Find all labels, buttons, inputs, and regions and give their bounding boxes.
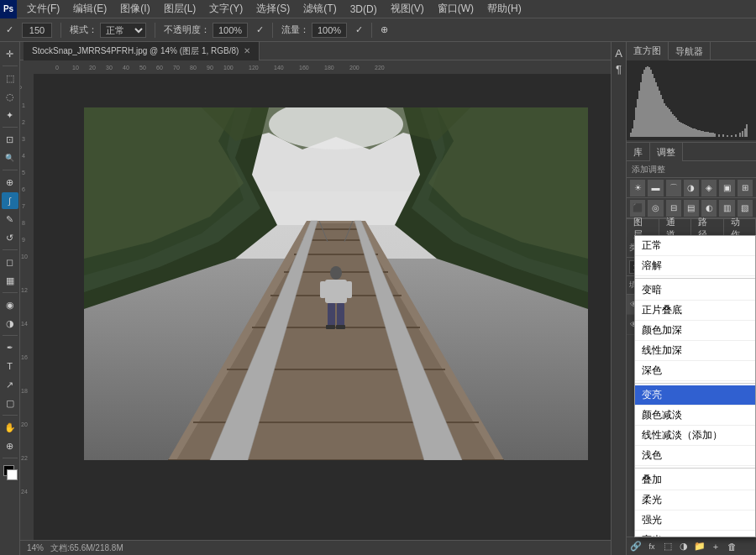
photo-filter-icon[interactable]: ◎ xyxy=(648,200,663,217)
colorbalance-icon[interactable]: ⊞ xyxy=(738,180,753,196)
opacity-input[interactable] xyxy=(213,23,248,38)
tool-history-brush[interactable]: ↺ xyxy=(2,229,18,246)
adjustment-button[interactable]: ◑ xyxy=(676,539,691,554)
tool-eraser[interactable]: ◻ xyxy=(2,254,18,270)
flow-icon: ✓ xyxy=(353,24,365,35)
bw-icon[interactable]: ⬛ xyxy=(630,200,645,217)
menu-edit[interactable]: 编辑(E) xyxy=(66,0,113,18)
mode-select[interactable]: 正常 xyxy=(100,23,146,38)
paragraph-icon[interactable]: ¶ xyxy=(616,63,622,76)
zoom-level: 14% xyxy=(27,543,44,552)
menu-text[interactable]: 文字(Y) xyxy=(202,0,249,18)
menu-help[interactable]: 帮助(H) xyxy=(480,0,528,18)
svg-rect-92 xyxy=(659,91,660,137)
tool-pen[interactable]: ✒ xyxy=(2,339,18,356)
blend-darken[interactable]: 变暗 xyxy=(635,280,755,301)
mask-button[interactable]: ⬚ xyxy=(660,539,675,554)
svg-text:4: 4 xyxy=(22,153,25,159)
tool-clone[interactable]: ✎ xyxy=(2,211,18,228)
threshold-icon[interactable]: ▧ xyxy=(738,200,753,217)
svg-rect-85 xyxy=(647,66,648,137)
menu-image[interactable]: 图像(I) xyxy=(113,0,156,18)
exposure-icon[interactable]: ◑ xyxy=(684,180,699,196)
tool-blur[interactable]: ◉ xyxy=(2,296,18,313)
menu-window[interactable]: 窗口(W) xyxy=(431,0,480,18)
blend-hard-light[interactable]: 强光 xyxy=(635,510,755,531)
hsl-icon[interactable]: ▣ xyxy=(719,180,734,196)
posterize-icon[interactable]: ▥ xyxy=(719,200,734,217)
blend-normal[interactable]: 正常 xyxy=(635,236,755,256)
document-tab[interactable]: StockSnap_JMRRS4PFRH.jpg @ 14% (图层 1, RG… xyxy=(24,42,260,60)
tool-lasso[interactable]: ◌ xyxy=(2,88,18,105)
menu-view[interactable]: 视图(V) xyxy=(384,0,431,18)
blend-darker-color[interactable]: 深色 xyxy=(635,361,755,381)
delete-layer-button[interactable]: 🗑 xyxy=(724,539,739,554)
menu-3d[interactable]: 3D(D) xyxy=(344,0,384,18)
tool-brush[interactable]: ∫ xyxy=(2,192,18,209)
tool-magic-wand[interactable]: ✦ xyxy=(2,107,18,123)
canvas-viewport[interactable] xyxy=(34,74,611,540)
tool-path-select[interactable]: ↗ xyxy=(2,376,18,393)
menu-filter[interactable]: 滤镜(T) xyxy=(297,0,343,18)
menu-file[interactable]: 文件(F) xyxy=(20,0,66,18)
blend-mode-dropdown[interactable]: 正常 溶解 变暗 正片叠底 颜色加深 线性加深 深色 变亮 颜色减淡 线性减淡（… xyxy=(634,235,756,537)
tab-close-button[interactable]: ✕ xyxy=(244,46,250,55)
blend-multiply[interactable]: 正片叠底 xyxy=(635,301,755,321)
levels-icon[interactable]: ▬ xyxy=(648,180,663,196)
blend-vivid-light[interactable]: 亮光 xyxy=(635,531,755,537)
svg-rect-121 xyxy=(707,132,709,137)
tool-eyedropper[interactable]: 🔍 xyxy=(2,149,18,166)
tool-text[interactable]: T xyxy=(2,358,18,374)
tool-gradient[interactable]: ▦ xyxy=(2,272,18,289)
blend-overlay[interactable]: 叠加 xyxy=(635,470,755,490)
menu-layer[interactable]: 图层(L) xyxy=(157,0,203,18)
tool-dodge[interactable]: ◑ xyxy=(2,315,18,332)
tab-library[interactable]: 库 xyxy=(627,143,650,161)
check-icon: ✓ xyxy=(254,24,266,35)
colorlookup-icon[interactable]: ▤ xyxy=(684,200,699,217)
tool-hand[interactable]: ✋ xyxy=(2,419,18,436)
tool-crop[interactable]: ⊡ xyxy=(2,131,18,148)
tool-zoom[interactable]: ⊕ xyxy=(2,437,18,454)
vibrance-icon[interactable]: ◈ xyxy=(701,180,717,196)
tab-navigator[interactable]: 导航器 xyxy=(669,42,711,60)
status-bar: 14% 文档:65.6M/218.8M xyxy=(20,540,611,555)
color-swatches[interactable] xyxy=(2,465,18,484)
tool-move[interactable]: ✛ xyxy=(2,45,18,62)
tool-spot-heal[interactable]: ⊕ xyxy=(2,174,18,191)
tool-shape[interactable]: ▢ xyxy=(2,395,18,411)
blend-linear-dodge[interactable]: 线性减淡（添加） xyxy=(635,426,755,446)
text-tool-icon[interactable]: A xyxy=(615,47,622,60)
tab-histogram[interactable]: 直方图 xyxy=(627,42,669,60)
canvas-image xyxy=(84,107,588,460)
menu-select[interactable]: 选择(S) xyxy=(249,0,297,18)
blend-dissolve[interactable]: 溶解 xyxy=(635,256,755,276)
link-layers-button[interactable]: 🔗 xyxy=(628,539,643,554)
svg-rect-87 xyxy=(650,70,652,137)
opacity-label: 不透明度： xyxy=(161,23,250,38)
svg-text:90: 90 xyxy=(207,65,213,71)
svg-text:120: 120 xyxy=(249,65,259,71)
options-bar: ✓ 模式： 正常 不透明度： ✓ 流量： ✓ ⊕ xyxy=(0,18,756,42)
brush-size-input[interactable] xyxy=(22,23,52,38)
group-button[interactable]: 📁 xyxy=(692,539,707,554)
svg-text:24: 24 xyxy=(21,489,28,495)
brightness-contrast-icon[interactable]: ☀ xyxy=(630,180,645,196)
invert-icon[interactable]: ◐ xyxy=(701,200,717,217)
blend-soft-light[interactable]: 柔光 xyxy=(635,490,755,510)
new-layer-button[interactable]: + xyxy=(708,539,723,554)
blend-color-dodge[interactable]: 颜色减淡 xyxy=(635,406,755,426)
blend-lighter-color[interactable]: 浅色 xyxy=(635,446,755,466)
svg-text:22: 22 xyxy=(21,455,28,461)
channel-mixer-icon[interactable]: ⊟ xyxy=(666,200,681,217)
svg-rect-104 xyxy=(679,122,680,137)
tool-rect-select[interactable]: ⬚ xyxy=(2,70,18,86)
blend-color-burn[interactable]: 颜色加深 xyxy=(635,321,755,341)
fx-button[interactable]: fx xyxy=(644,539,659,554)
blend-lighten[interactable]: 变亮 xyxy=(635,385,755,406)
curves-icon[interactable]: ⌒ xyxy=(666,180,681,196)
add-adjustment-label: 添加调整 xyxy=(627,161,756,178)
tab-adjustments[interactable]: 调整 xyxy=(650,143,683,161)
blend-linear-burn[interactable]: 线性加深 xyxy=(635,341,755,361)
flow-input[interactable] xyxy=(312,23,347,38)
